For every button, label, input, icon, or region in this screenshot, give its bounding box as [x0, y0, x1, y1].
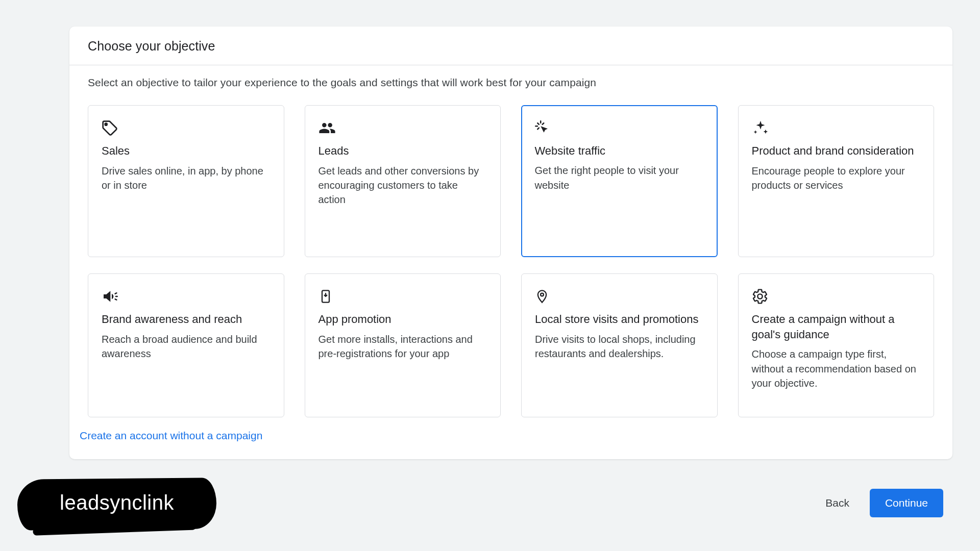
- card-title: Create a campaign without a goal's guida…: [752, 312, 921, 342]
- card-title: Brand awareness and reach: [102, 312, 271, 327]
- footer-buttons: Back Continue: [814, 489, 943, 517]
- link-row: Create an account without a campaign: [69, 428, 952, 459]
- megaphone-icon: [102, 286, 271, 307]
- gear-icon: [752, 286, 921, 307]
- card-leads[interactable]: Leads Get leads and other conversions by…: [305, 105, 501, 257]
- watermark-text: leadsynclink: [17, 479, 216, 530]
- phone-download-icon: [318, 286, 487, 307]
- card-app-promotion[interactable]: App promotion Get more installs, interac…: [305, 273, 501, 417]
- create-account-link[interactable]: Create an account without a campaign: [80, 430, 262, 441]
- card-sales[interactable]: Sales Drive sales online, in app, by pho…: [88, 105, 284, 257]
- card-title: App promotion: [318, 312, 487, 327]
- tag-icon: [102, 118, 271, 138]
- panel-header: Choose your objective: [69, 27, 952, 65]
- card-title: Website traffic: [535, 143, 704, 159]
- card-title: Product and brand consideration: [752, 143, 921, 159]
- card-desc: Get more installs, interactions and pre-…: [318, 332, 487, 361]
- card-title: Leads: [318, 143, 487, 159]
- card-desc: Drive visits to local shops, including r…: [535, 332, 704, 361]
- card-desc: Get leads and other conversions by encou…: [318, 164, 487, 207]
- card-desc: Choose a campaign type first, without a …: [752, 347, 921, 390]
- card-title: Local store visits and promotions: [535, 312, 704, 327]
- continue-button[interactable]: Continue: [870, 489, 943, 517]
- card-desc: Encourage people to explore your product…: [752, 164, 921, 193]
- card-desc: Drive sales online, in app, by phone or …: [102, 164, 271, 193]
- card-desc: Reach a broad audience and build awarene…: [102, 332, 271, 361]
- card-local-store[interactable]: Local store visits and promotions Drive …: [521, 273, 718, 417]
- back-button[interactable]: Back: [814, 490, 861, 516]
- panel-subtitle: Select an objective to tailor your exper…: [69, 65, 952, 92]
- card-product-brand[interactable]: Product and brand consideration Encourag…: [738, 105, 935, 257]
- objective-panel: Choose your objective Select an objectiv…: [69, 27, 952, 459]
- svg-point-0: [105, 123, 107, 126]
- objective-grid: Sales Drive sales online, in app, by pho…: [69, 92, 952, 428]
- card-title: Sales: [102, 143, 271, 159]
- card-no-goal[interactable]: Create a campaign without a goal's guida…: [738, 273, 935, 417]
- pin-icon: [535, 286, 704, 307]
- card-brand-awareness[interactable]: Brand awareness and reach Reach a broad …: [88, 273, 284, 417]
- panel-title: Choose your objective: [88, 39, 934, 54]
- sparkle-icon: [752, 118, 921, 138]
- people-icon: [318, 118, 487, 138]
- card-desc: Get the right people to visit your websi…: [535, 163, 704, 192]
- watermark-label: leadsynclink: [17, 479, 216, 530]
- cursor-click-icon: [535, 118, 704, 138]
- card-website-traffic[interactable]: Website traffic Get the right people to …: [521, 105, 718, 257]
